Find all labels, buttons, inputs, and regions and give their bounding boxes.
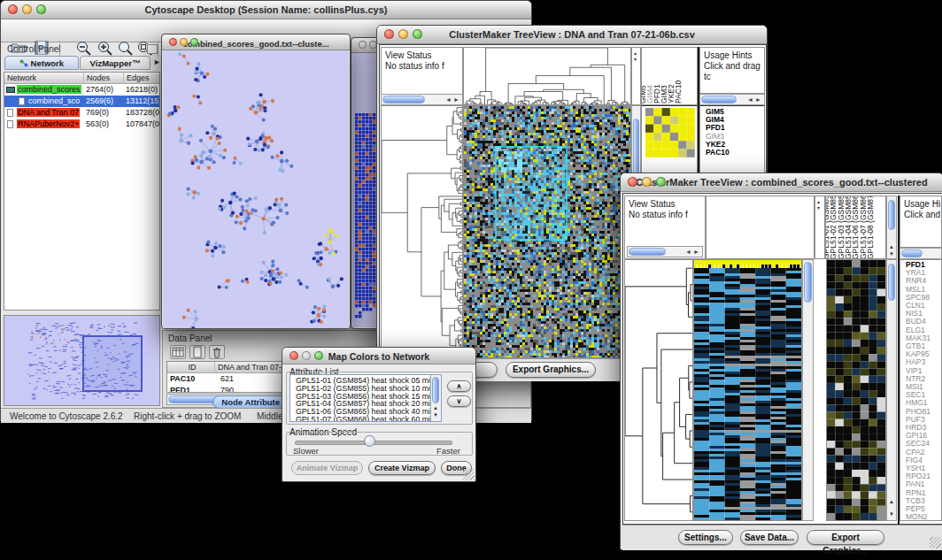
slower-label: Slower	[293, 446, 319, 456]
treeview-dna-title-bar[interactable]: ClusterMaker TreeView : DNA and Tran 07-…	[377, 26, 767, 44]
dialog-title: Map Colors to Network	[328, 351, 429, 362]
resize-grip[interactable]	[930, 537, 941, 548]
minimize-button[interactable]	[398, 29, 408, 39]
gene-list-vscrollbar[interactable]: ▲▼	[886, 259, 897, 521]
minimize-button[interactable]	[180, 38, 188, 46]
treeview-dna-title: ClusterMaker TreeView : DNA and Tran 07-…	[449, 29, 695, 40]
export-graphics-button[interactable]: Export Graphics...	[506, 362, 596, 378]
usage-hints-panel: Usage HintsClick and drag tc	[699, 47, 765, 94]
close-button[interactable]	[359, 41, 367, 49]
export-graphics-button[interactable]: Export Graphics...	[807, 530, 884, 545]
attribute-list-vscrollbar[interactable]: ▲▼	[430, 375, 441, 421]
view-status-hscrollbar[interactable]: ◄►	[381, 94, 463, 105]
document-icon	[7, 120, 13, 128]
status-welcome: Welcome to Cytoscape 2.6.2	[10, 411, 123, 421]
zoom-window-button[interactable]	[314, 351, 323, 360]
global-heatmap[interactable]	[693, 259, 802, 521]
zoom-window-button[interactable]	[36, 4, 46, 14]
table-row-dna-tran[interactable]: DNA and Tran 07 769(0) 183728(0)	[4, 107, 159, 119]
table-row-rnapuber[interactable]: RNAPuberNov2+ 563(0) 107847(0)	[4, 119, 159, 130]
attribute-list-item[interactable]: GPL51-07 (GSM868) heat shock 60 min	[293, 416, 441, 422]
settings-button[interactable]: Settings...	[678, 530, 733, 545]
dialog-title-bar[interactable]: Map Colors to Network	[282, 348, 475, 364]
column-label: PAC10	[674, 81, 683, 104]
column-label: GPL51-08 (GSM872)	[866, 196, 875, 259]
animate-vizmap-button[interactable]: Animate Vizmap	[291, 461, 363, 475]
network-canvas[interactable]	[163, 50, 349, 328]
col-edges[interactable]: Edges	[124, 73, 160, 83]
tab-network[interactable]: Network	[4, 56, 79, 70]
folder-icon	[6, 87, 15, 93]
control-panel-title: Control Panel	[7, 44, 61, 54]
gene-labels-panel: PFD1YRA1RNR4MSL1SPC98CLN1NIS1BUD4ELG1MAK…	[900, 259, 942, 521]
zoom-window-button[interactable]	[413, 29, 422, 39]
move-down-button[interactable]: ∨	[447, 395, 471, 407]
delete-attribute-button[interactable]	[209, 345, 225, 359]
row-dendrogram[interactable]	[624, 259, 693, 521]
new-attribute-button[interactable]	[189, 345, 205, 359]
window-title: Cytoscape Desktop (Session Name: collins…	[145, 4, 388, 15]
birdseye-viewport-rect[interactable]	[82, 335, 143, 392]
close-button[interactable]	[8, 4, 18, 14]
zoom-window-button[interactable]	[190, 38, 198, 46]
view-status-hscrollbar[interactable]: ◄►	[627, 246, 703, 257]
close-button[interactable]	[169, 38, 177, 46]
resize-grip[interactable]	[463, 469, 475, 480]
column-labels-panel: GPL51-01 (GSM854)GPL51-02 (GSM855)GPL51-…	[825, 196, 886, 259]
network-view-window: combined_scores_good.txt--cluste...	[161, 34, 351, 329]
zoom-heatmap-panel[interactable]	[826, 259, 886, 521]
column-dendrogram[interactable]	[463, 47, 631, 105]
column-dendrogram-empty[interactable]	[706, 196, 815, 259]
usage-hints-hscrollbar[interactable]	[900, 248, 942, 259]
close-button[interactable]	[384, 29, 394, 39]
document-icon	[19, 97, 25, 105]
dendrogram-scroll-strip[interactable]: ▴▾	[631, 47, 641, 105]
attribute-list: GPL51-01 (GSM854) heat shock 05 minGPL51…	[290, 374, 442, 422]
minimize-button[interactable]	[302, 351, 311, 360]
create-vizmap-button[interactable]: Create Vizmap	[368, 461, 436, 475]
map-colors-dialog: Map Colors to Network Attribute List GPL…	[282, 347, 476, 482]
main-title-bar[interactable]: Cytoscape Desktop (Session Name: collins…	[1, 1, 531, 19]
col-id[interactable]: ID	[167, 362, 215, 372]
heatmap-vscrollbar[interactable]	[802, 259, 814, 521]
animation-speed-slider-thumb[interactable]	[364, 435, 375, 447]
row-label[interactable]: PAC10	[703, 149, 764, 157]
treeview-combined-title: ClusterMaker TreeView : combined_scores_…	[636, 177, 927, 188]
network-window-title-bar[interactable]: combined_scores_good.txt--cluste...	[162, 35, 350, 50]
save-data-button[interactable]: Save Data...	[740, 530, 799, 545]
close-button[interactable]	[290, 351, 298, 360]
move-up-button[interactable]: ∧	[447, 380, 471, 392]
document-icon	[7, 109, 13, 117]
treeview-combined-window: ClusterMaker TreeView : combined_scores_…	[620, 173, 942, 550]
network-window-title: combined_scores_good.txt--cluste...	[182, 39, 328, 49]
minimize-button[interactable]	[22, 4, 32, 14]
minimize-button[interactable]	[642, 177, 652, 187]
table-row-combined-scores[interactable]: combined_scores 2764(0) 16218(0)	[4, 84, 159, 96]
row-dendrogram[interactable]	[381, 105, 463, 358]
view-status-panel: View StatusNo status info f ◄►	[624, 196, 706, 259]
usage-hints-panel: Usage HiClick and	[900, 196, 942, 248]
usage-hints-hscrollbar[interactable]: ◄►	[699, 94, 765, 105]
tab-vizmapper[interactable]: VizMapper™	[80, 56, 151, 70]
network-table-header: Network Nodes Edges	[4, 73, 159, 84]
zoom-window-button[interactable]	[656, 177, 666, 187]
treeview-combined-title-bar[interactable]: ClusterMaker TreeView : combined_scores_…	[621, 173, 942, 192]
tab-vizmapper-label: VizMapper™	[90, 58, 141, 68]
gene-label[interactable]: MON2	[903, 513, 941, 521]
tab-overflow-arrow[interactable]: ►	[153, 58, 161, 66]
close-button[interactable]	[628, 177, 637, 187]
col-nodes[interactable]: Nodes	[84, 73, 124, 83]
network-name: combined_scores	[17, 85, 81, 94]
table-row-combined-sco-selected[interactable]: combined_sco 2569(6) 13112(15)	[4, 96, 159, 107]
col-network[interactable]: Network	[4, 73, 84, 83]
dendrogram-scroll-strip[interactable]: ▴▾	[815, 196, 825, 259]
network-table: Network Nodes Edges combined_scores 2764…	[4, 72, 160, 311]
column-labels-vscrollbar[interactable]: ▲▼	[886, 196, 897, 259]
status-zoom-hint: Right-click + drag to ZOOM	[134, 411, 241, 421]
global-heatmap[interactable]	[463, 105, 631, 358]
faster-label: Faster	[436, 446, 460, 456]
attribute-select-button[interactable]	[170, 345, 186, 359]
tab-network-label: Network	[31, 58, 64, 68]
birdseye-view[interactable]	[4, 315, 160, 406]
float-panel-icon[interactable]	[147, 44, 158, 54]
